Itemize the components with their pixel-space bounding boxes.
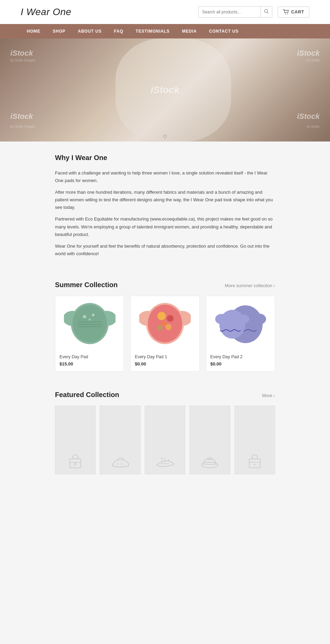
hero-image: iStock iStock iStock iStock iStock by Ge… <box>0 38 330 142</box>
product-pad-svg-1 <box>64 300 116 348</box>
search-form <box>198 6 272 18</box>
svg-point-0 <box>264 10 267 13</box>
bag-icon-1 <box>67 453 84 469</box>
featured-products-grid <box>55 406 275 474</box>
product-price-1: $15.00 <box>59 361 120 366</box>
svg-point-26 <box>219 310 245 339</box>
summer-collection-more[interactable]: More summer collection › <box>225 283 275 288</box>
svg-point-21 <box>165 324 172 330</box>
featured-card-5[interactable] <box>234 406 275 474</box>
summer-collection-title: Summer Collection <box>55 281 118 289</box>
cart-label: CART <box>291 9 304 14</box>
hero-banner: iStock iStock iStock iStock iStock by Ge… <box>0 38 330 142</box>
svg-line-1 <box>267 12 268 14</box>
nav-faq[interactable]: FAQ <box>108 24 130 38</box>
summer-collection-section: Summer Collection More summer collection… <box>55 271 275 381</box>
main-nav: HOME SHOP ABOUT US FAQ TESTIMONIALS MEDI… <box>0 24 330 38</box>
nav-testimonials[interactable]: TESTIMONIALS <box>130 24 176 38</box>
product-name-3: Every Day Pad 2 <box>210 354 271 359</box>
svg-point-25 <box>252 314 266 325</box>
product-card-1[interactable]: Every Day Pad $15.00 <box>55 296 124 372</box>
product-info-2: Every Day Pad 1 $0.00 <box>131 351 199 371</box>
product-pad-svg-2 <box>139 300 191 348</box>
svg-rect-29 <box>70 459 81 468</box>
product-info-1: Every Day Pad $15.00 <box>55 351 124 371</box>
why-paragraph-3: Partnered with Eco Equitable for manufac… <box>55 215 275 238</box>
header-right: CART <box>198 6 309 18</box>
hero-dot-indicator <box>163 135 167 138</box>
product-card-3[interactable]: Every Day Pad 2 $0.00 <box>206 296 275 372</box>
svg-point-2 <box>285 14 286 14</box>
bag-icon-2 <box>246 453 263 469</box>
main-content: Why I Wear One Faced with a challenge an… <box>34 142 296 488</box>
svg-point-18 <box>157 312 166 320</box>
product-info-3: Every Day Pad 2 $0.00 <box>206 351 275 371</box>
product-name-1: Every Day Pad <box>59 354 120 359</box>
svg-point-3 <box>287 14 288 14</box>
product-price-2: $0.00 <box>135 361 195 366</box>
product-name-2: Every Day Pad 1 <box>135 354 195 359</box>
shoe-icon-2 <box>155 455 175 469</box>
svg-point-20 <box>161 321 166 326</box>
product-image-3 <box>206 296 275 351</box>
cart-button[interactable]: CART <box>278 7 309 18</box>
featured-card-1[interactable] <box>55 406 96 474</box>
why-section: Why I Wear One Faced with a challenge an… <box>55 142 275 271</box>
featured-collection-header: Featured Collection More › <box>55 391 275 399</box>
nav-shop[interactable]: SHOP <box>46 24 72 38</box>
why-paragraph-2: After more than one hundred iterations, … <box>55 189 275 211</box>
featured-card-4[interactable] <box>189 406 230 474</box>
svg-point-27 <box>215 314 228 324</box>
featured-collection-more[interactable]: More › <box>262 393 275 398</box>
search-button[interactable] <box>261 7 272 17</box>
cart-icon <box>283 9 289 15</box>
product-price-3: $0.00 <box>210 361 271 366</box>
summer-collection-header: Summer Collection More summer collection… <box>55 281 275 289</box>
search-icon <box>264 9 269 14</box>
featured-card-3[interactable] <box>145 406 185 474</box>
product-image-1 <box>55 296 124 351</box>
nav-home[interactable]: HOME <box>21 24 46 38</box>
featured-collection-title: Featured Collection <box>55 391 119 399</box>
svg-point-7 <box>73 305 107 342</box>
svg-point-31 <box>74 463 76 465</box>
nav-about[interactable]: ABOUT US <box>72 24 108 38</box>
product-card-2[interactable]: Every Day Pad 1 $0.00 <box>130 296 199 372</box>
why-paragraph-4: Wear One for yourself and feel the benef… <box>55 242 275 258</box>
svg-point-19 <box>167 315 174 322</box>
product-pad-svg-3 <box>214 300 266 348</box>
svg-point-13 <box>89 318 91 320</box>
summer-products-grid: Every Day Pad $15.00 <box>55 296 275 372</box>
why-paragraph-1: Faced with a challenge and wanting to he… <box>55 169 275 184</box>
featured-collection-section: Featured Collection More › <box>55 381 275 488</box>
why-title: Why I Wear One <box>55 154 275 162</box>
svg-point-28 <box>238 315 249 324</box>
featured-card-2[interactable] <box>100 406 140 474</box>
svg-point-11 <box>83 315 86 318</box>
svg-point-12 <box>92 314 95 316</box>
svg-rect-38 <box>249 459 260 468</box>
svg-point-22 <box>157 325 162 330</box>
product-image-2 <box>131 296 199 351</box>
search-input[interactable] <box>199 7 261 17</box>
site-header: I Wear One CART <box>0 0 330 24</box>
nav-media[interactable]: MEDIA <box>176 24 203 38</box>
nav-contact[interactable]: CONTACT US <box>203 24 245 38</box>
hat-icon <box>201 454 219 469</box>
shoe-icon-1 <box>111 455 130 469</box>
site-logo[interactable]: I Wear One <box>21 7 72 18</box>
